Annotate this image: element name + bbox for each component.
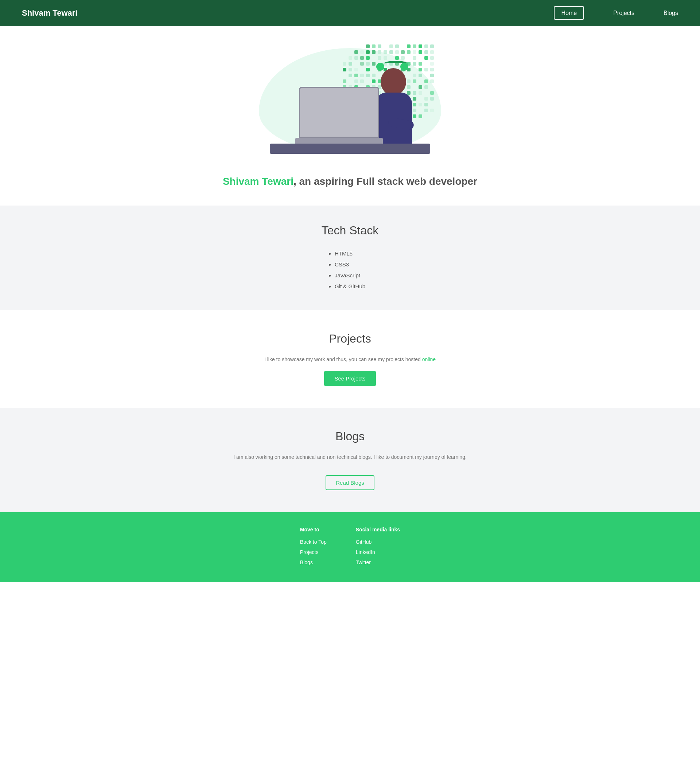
pixel-dot (413, 56, 416, 60)
blogs-title: Blogs (7, 430, 693, 443)
navbar: Shivam Tewari Home Projects Blogs (0, 0, 700, 26)
footer-social: Social media links GitHub LinkedIn Twitt… (356, 526, 400, 567)
pixel-dot (343, 56, 346, 60)
nav-item-blogs[interactable]: Blogs (664, 10, 678, 16)
pixel-dot (378, 50, 381, 54)
pixel-dot (413, 50, 416, 54)
pixel-dot (389, 44, 393, 48)
nav-brand[interactable]: Shivam Tewari (22, 8, 77, 18)
pixel-dot (424, 56, 428, 60)
pixel-dot (372, 50, 376, 54)
footer-move-to: Move to Back to Top Projects Blogs (300, 526, 327, 567)
nav-link-projects[interactable]: Projects (613, 10, 634, 16)
tech-list-item: CSS3 (335, 259, 365, 270)
headphone-left-icon (376, 62, 384, 71)
pixel-dot (418, 62, 422, 66)
pixel-dot (401, 44, 405, 48)
pixel-dot (424, 50, 428, 54)
pixel-dot (360, 50, 364, 54)
pixel-dot (354, 62, 358, 66)
nav-item-home[interactable]: Home (554, 10, 584, 16)
projects-description: I like to showcase my work and thus, you… (7, 357, 693, 362)
pixel-dot (360, 44, 364, 48)
nav-link-blogs[interactable]: Blogs (664, 10, 678, 16)
pixel-dot (343, 44, 346, 48)
pixel-dot (413, 44, 416, 48)
pixel-dot (384, 44, 387, 48)
pixel-dot (360, 56, 364, 60)
footer-link-projects[interactable]: Projects (300, 547, 327, 557)
nav-links: Home Projects Blogs (554, 10, 678, 16)
projects-desc-link[interactable]: online (422, 357, 436, 362)
tech-list: HTML5CSS3JavaScriptGit & GitHub (335, 248, 365, 292)
laptop-screen (299, 87, 379, 138)
pixel-dot (366, 44, 370, 48)
footer: Move to Back to Top Projects Blogs Socia… (0, 512, 700, 582)
pixel-dot (395, 50, 399, 54)
pixel-dot (418, 56, 422, 60)
pixel-dot (407, 44, 410, 48)
pixel-dot (372, 44, 376, 48)
pixel-dot (401, 50, 405, 54)
person-head (380, 68, 406, 95)
pixel-dot (360, 62, 364, 66)
pixel-dot (413, 62, 416, 66)
pixel-dot (418, 44, 422, 48)
hero-illustration (252, 41, 448, 165)
blogs-description: I am also working on some technical and … (7, 454, 693, 460)
pixel-dot (407, 50, 410, 54)
pixel-dot (366, 56, 370, 60)
laptop-base (295, 138, 383, 143)
tech-list-item: HTML5 (335, 248, 365, 259)
footer-link-github[interactable]: GitHub (356, 537, 400, 547)
see-projects-button[interactable]: See Projects (324, 371, 376, 386)
pixel-dot (378, 44, 381, 48)
pixel-dot (424, 44, 428, 48)
pixel-dot (349, 50, 352, 54)
hero-section: Shivam Tewari, an aspiring Full stack we… (0, 26, 700, 206)
projects-title: Projects (7, 332, 693, 345)
hero-tagline: Shivam Tewari, an aspiring Full stack we… (223, 176, 477, 187)
pixel-dot (366, 50, 370, 54)
pixel-dot (389, 56, 393, 60)
tech-list-item: JavaScript (335, 270, 365, 281)
desk-area (259, 70, 441, 161)
hero-name: Shivam Tewari (223, 176, 293, 187)
footer-move-to-title: Move to (300, 526, 327, 533)
pixel-dot (401, 56, 405, 60)
pixel-dot (389, 50, 393, 54)
footer-link-twitter[interactable]: Twitter (356, 557, 400, 567)
projects-desc-text: I like to showcase my work and thus, you… (264, 357, 422, 362)
pixel-dot (378, 56, 381, 60)
pixel-dot (384, 56, 387, 60)
pixel-dot (372, 62, 376, 66)
hero-tagline-rest: , an aspiring Full stack web developer (293, 176, 477, 187)
pixel-dot (343, 50, 346, 54)
nav-link-home[interactable]: Home (554, 6, 584, 20)
projects-section: Projects I like to showcase my work and … (0, 310, 700, 408)
blogs-section: Blogs I am also working on some technica… (0, 408, 700, 512)
nav-item-projects[interactable]: Projects (613, 10, 634, 16)
desk (270, 143, 430, 154)
pixel-dot (349, 44, 352, 48)
pixel-dot (395, 44, 399, 48)
tech-stack-section: Tech Stack HTML5CSS3JavaScriptGit & GitH… (0, 206, 700, 310)
pixel-dot (349, 62, 352, 66)
tech-stack-title: Tech Stack (7, 224, 693, 237)
pixel-dot (395, 56, 399, 60)
pixel-dot (407, 56, 410, 60)
pixel-dot (430, 62, 434, 66)
pixel-dot (430, 50, 434, 54)
tech-list-item: Git & GitHub (335, 281, 365, 292)
pixel-dot (430, 56, 434, 60)
pixel-dot (430, 44, 434, 48)
pixel-dot (418, 50, 422, 54)
footer-link-blogs[interactable]: Blogs (300, 557, 327, 567)
footer-link-back-to-top[interactable]: Back to Top (300, 537, 327, 547)
pixel-dot (343, 62, 346, 66)
pixel-dot (366, 62, 370, 66)
pixel-dot (354, 56, 358, 60)
read-blogs-button[interactable]: Read Blogs (326, 475, 374, 490)
pixel-dot (424, 62, 428, 66)
footer-link-linkedin[interactable]: LinkedIn (356, 547, 400, 557)
